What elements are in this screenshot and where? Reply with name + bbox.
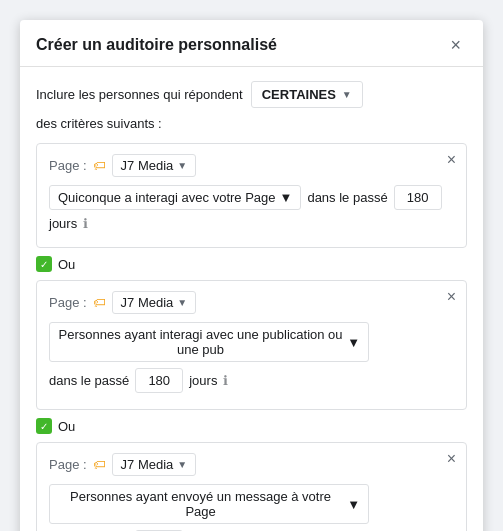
condition-chevron-icon-2: ▼	[347, 335, 360, 350]
page-label-2: Page :	[49, 295, 87, 310]
jours-1: jours	[49, 216, 77, 231]
create-audience-modal: Créer un auditoire personnalisé × Inclur…	[20, 20, 483, 531]
jours-2: jours	[189, 373, 217, 388]
dans-le-passe-1: dans le passé	[307, 190, 387, 205]
ou-checkbox-2	[36, 418, 52, 434]
ou-label-1: Ou	[58, 257, 75, 272]
ou-divider-2: Ou	[36, 418, 467, 434]
page-chevron-icon-2: ▼	[177, 297, 187, 308]
page-label-3: Page :	[49, 457, 87, 472]
criteria-close-button-2[interactable]: ×	[447, 289, 456, 305]
include-text-before: Inclure les personnes qui répondent	[36, 87, 243, 102]
modal-header: Créer un auditoire personnalisé ×	[20, 20, 483, 67]
condition-chevron-icon-1: ▼	[280, 190, 293, 205]
days-input-1[interactable]	[394, 185, 442, 210]
condition-select-2[interactable]: Personnes ayant interagi avec une public…	[49, 322, 369, 362]
ou-checkbox-1	[36, 256, 52, 272]
days-input-2[interactable]	[135, 368, 183, 393]
page-select-1[interactable]: J7 Media ▼	[112, 154, 197, 177]
criteria-section-2: × Page : 🏷 J7 Media ▼ Personnes ayant in…	[36, 280, 467, 410]
ou-divider-1: Ou	[36, 256, 467, 272]
condition-subrow-2: dans le passé jours ℹ	[49, 368, 454, 393]
criteria-section-1: × Page : 🏷 J7 Media ▼ Quiconque a intera…	[36, 143, 467, 248]
page-icon-2: 🏷	[93, 295, 106, 310]
include-text-after: des critères suivants :	[36, 116, 162, 131]
info-icon-2: ℹ	[223, 373, 228, 388]
criteria-close-button-3[interactable]: ×	[447, 451, 456, 467]
page-select-3[interactable]: J7 Media ▼	[112, 453, 197, 476]
criteria-close-button-1[interactable]: ×	[447, 152, 456, 168]
condition-select-1[interactable]: Quiconque a interagi avec votre Page ▼	[49, 185, 301, 210]
dans-le-passe-2: dans le passé	[49, 373, 129, 388]
modal-close-button[interactable]: ×	[444, 34, 467, 56]
certaines-dropdown[interactable]: CERTAINES ▼	[251, 81, 363, 108]
page-row-2: Page : 🏷 J7 Media ▼	[49, 291, 454, 314]
modal-body: Inclure les personnes qui répondent CERT…	[20, 67, 483, 531]
info-icon-1: ℹ	[83, 216, 88, 231]
page-label-1: Page :	[49, 158, 87, 173]
page-row-1: Page : 🏷 J7 Media ▼	[49, 154, 454, 177]
condition-row-2: Personnes ayant interagi avec une public…	[49, 322, 454, 362]
condition-row-3: Personnes ayant envoyé un message à votr…	[49, 484, 454, 531]
modal-title: Créer un auditoire personnalisé	[36, 36, 277, 54]
page-row-3: Page : 🏷 J7 Media ▼	[49, 453, 454, 476]
condition-row-1: Quiconque a interagi avec votre Page ▼ d…	[49, 185, 454, 231]
condition-select-3[interactable]: Personnes ayant envoyé un message à votr…	[49, 484, 369, 524]
include-row: Inclure les personnes qui répondent CERT…	[36, 81, 467, 131]
page-select-2[interactable]: J7 Media ▼	[112, 291, 197, 314]
criteria-section-3: × Page : 🏷 J7 Media ▼ Personnes ayant en…	[36, 442, 467, 531]
page-icon-1: 🏷	[93, 158, 106, 173]
page-chevron-icon-3: ▼	[177, 459, 187, 470]
page-icon-3: 🏷	[93, 457, 106, 472]
page-chevron-icon-1: ▼	[177, 160, 187, 171]
condition-chevron-icon-3: ▼	[347, 497, 360, 512]
certaines-chevron-icon: ▼	[342, 89, 352, 100]
ou-label-2: Ou	[58, 419, 75, 434]
